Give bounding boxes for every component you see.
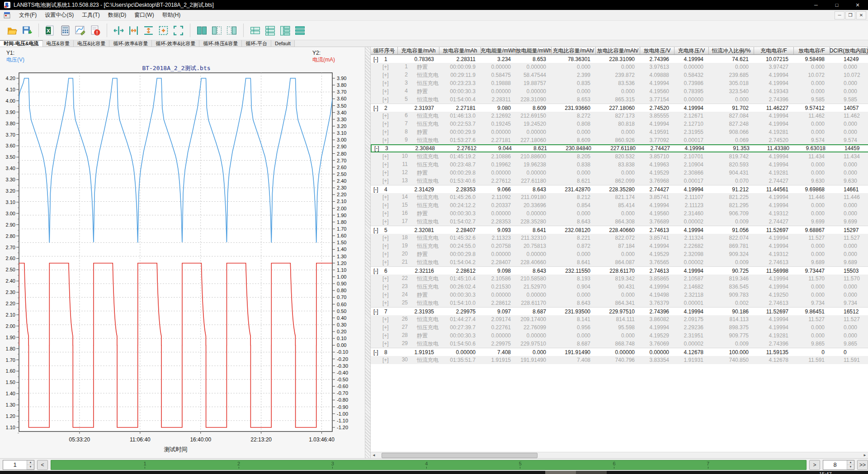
tab-0[interactable]: 时间-电压&电流: [0, 40, 43, 47]
step-row-27[interactable]: [+]27恒压充电00:27:39.70.2276122.760990.9569…: [371, 323, 868, 332]
column-header-10[interactable]: 充电电容/F: [754, 47, 794, 54]
menu-item-0[interactable]: 文件(F): [15, 10, 41, 20]
grid-view-3-button[interactable]: [278, 23, 292, 38]
report-info-button[interactable]: !: [88, 23, 103, 38]
expand-marker[interactable]: [+]: [382, 341, 389, 347]
spin-down-icon[interactable]: ▼: [27, 465, 34, 469]
close-button[interactable]: ✕: [847, 0, 868, 10]
column-header-11[interactable]: 放电电容/F: [794, 47, 830, 54]
step-row-28[interactable]: [+]28静置00:00:30.30.000000.000000.0000.00…: [371, 332, 868, 340]
open-file-button[interactable]: [5, 23, 19, 38]
step-row-26[interactable]: [+]26恒流充电01:44:27.42.09174209.174008.141…: [371, 315, 868, 323]
step-row-4[interactable]: [+]4静置00:00:30.30.000000.000000.0000.000…: [371, 87, 868, 95]
tab-4[interactable]: 循环-效率&比容量: [152, 40, 199, 47]
expand-marker[interactable]: [+]: [382, 332, 389, 339]
collapse-marker[interactable]: [-]: [371, 105, 384, 111]
step-row-21[interactable]: [+]21恒流放电01:54:04.22.28407228.406608.641…: [371, 258, 868, 266]
expand-marker[interactable]: [+]: [382, 324, 389, 331]
mdi-close-button[interactable]: ✕: [856, 11, 866, 19]
cycle-row-6[interactable]: [-]62.321162.286129.0988.643232.11550228…: [371, 266, 868, 275]
cycle-row-3[interactable]: [-]32.308482.276129.0448.621230.84840227…: [371, 144, 868, 152]
calculator-button[interactable]: [58, 23, 73, 38]
tab-3[interactable]: 循环-效率&容量: [109, 40, 152, 47]
tab-2[interactable]: 电压&比容量: [74, 40, 109, 47]
expand-marker[interactable]: [+]: [382, 292, 389, 298]
tab-7[interactable]: Default: [271, 40, 295, 47]
cycle-row-7[interactable]: [-]72.319352.299759.0978.687231.93500229…: [371, 307, 868, 315]
pane-collapse-left-button[interactable]: [209, 23, 224, 38]
collapse-marker[interactable]: [-]: [372, 145, 385, 152]
scrollbar-thumb[interactable]: [382, 453, 538, 458]
column-header-6[interactable]: 放电比容量/mAh/: [596, 47, 640, 54]
step-row-14[interactable]: [+]14恒流充电01:45:26.02.11092211.091808.212…: [371, 193, 868, 201]
cycle-row-5[interactable]: [-]52.320812.284079.0938.641232.08120228…: [371, 226, 868, 234]
column-header-2[interactable]: 放电容量/mAh: [439, 47, 481, 54]
voltage-current-plot[interactable]: 4.204.104.003.903.803.703.603.503.403.30…: [0, 47, 365, 458]
step-row-13[interactable]: [+]13恒流放电01:53:40.62.27612227.611808.621…: [371, 177, 868, 185]
cycle-range-bar[interactable]: 1234567: [51, 460, 807, 470]
collapse-marker[interactable]: [-]: [371, 268, 384, 274]
cycle-row-2[interactable]: [-]22.319372.271819.0808.609231.93660227…: [371, 104, 868, 112]
column-header-1[interactable]: 充电容量/mAh: [398, 47, 439, 54]
pane-collapse-right-button[interactable]: [224, 23, 239, 38]
mdi-minimize-button[interactable]: ─: [835, 11, 844, 19]
grid-view-1-button[interactable]: [248, 23, 263, 38]
expand-marker[interactable]: [+]: [382, 80, 389, 86]
pane-splitter[interactable]: [365, 47, 371, 458]
step-row-23[interactable]: [+]23恒压充电00:26:02.40.2153021.529700.9049…: [371, 283, 868, 291]
cycle-row-8[interactable]: [-]81.919150.000007.4080.000191.914900.0…: [371, 348, 868, 356]
column-header-5[interactable]: 充电比容量/mAh/: [552, 47, 596, 54]
step-row-22[interactable]: [+]22恒流充电01:45:10.42.10586210.585808.193…: [371, 275, 868, 283]
taskbar-app-thumbnail[interactable]: [576, 471, 607, 474]
expand-marker[interactable]: [+]: [382, 137, 389, 143]
step-row-19[interactable]: [+]19恒压充电00:24:55.00.2075820.758130.8728…: [371, 242, 868, 250]
column-header-4[interactable]: 放电能量/mWh: [516, 47, 552, 54]
expand-marker[interactable]: [+]: [382, 194, 389, 200]
start-cycle-value[interactable]: 1: [3, 460, 27, 469]
expand-marker[interactable]: [+]: [382, 259, 389, 265]
tab-1[interactable]: 电压&容量: [43, 40, 74, 47]
step-row-6[interactable]: [+]6恒流充电01:46:13.02.12692212.691508.2728…: [371, 112, 868, 120]
pan-vertical-button[interactable]: [141, 23, 156, 38]
maximize-button[interactable]: □: [826, 0, 847, 10]
expand-marker[interactable]: [+]: [382, 96, 389, 103]
spin-up-icon[interactable]: ▲: [847, 460, 854, 465]
step-row-30[interactable]: [+]30恒流充电01:35:51.71.91915191.914907.408…: [371, 356, 868, 364]
collapse-marker[interactable]: [-]: [371, 227, 384, 233]
expand-marker[interactable]: [+]: [382, 316, 389, 322]
dual-pane-button[interactable]: [194, 23, 209, 38]
spin-up-icon[interactable]: ▲: [27, 460, 34, 465]
expand-marker[interactable]: [+]: [382, 284, 389, 290]
expand-marker[interactable]: [+]: [382, 121, 389, 127]
end-cycle-value[interactable]: 8: [823, 460, 847, 469]
taskbar-app-thumbnail[interactable]: [545, 471, 576, 474]
expand-marker[interactable]: [+]: [382, 129, 389, 135]
start-cycle-spinner[interactable]: 1 ▲ ▼: [3, 460, 34, 470]
last-cycle-button[interactable]: >>: [857, 460, 868, 470]
step-row-18[interactable]: [+]18恒流充电01:45:32.62.11323211.323108.221…: [371, 234, 868, 242]
expand-marker[interactable]: [+]: [382, 170, 389, 176]
menu-item-4[interactable]: 窗口(W): [130, 10, 158, 20]
expand-marker[interactable]: [+]: [382, 275, 389, 282]
expand-marker[interactable]: [+]: [382, 178, 389, 184]
collapse-marker[interactable]: [-]: [371, 308, 384, 315]
next-cycle-button[interactable]: >: [809, 460, 820, 470]
expand-marker[interactable]: [+]: [382, 202, 389, 209]
expand-marker[interactable]: [+]: [382, 161, 389, 168]
step-row-29[interactable]: [+]29恒流放电01:54:50.62.29975229.975108.687…: [371, 340, 868, 348]
step-row-24[interactable]: [+]24静置00:00:30.30.000000.000000.0000.00…: [371, 291, 868, 299]
step-row-1[interactable]: [+]1静置00:00:09.90.000000.000000.0000.000…: [371, 63, 868, 71]
column-header-7[interactable]: 放电终压/V: [640, 47, 675, 54]
expand-marker[interactable]: [+]: [382, 153, 389, 160]
menu-item-5[interactable]: 帮助(H): [158, 10, 185, 20]
tab-6[interactable]: 循环-平台: [242, 40, 271, 47]
step-row-15[interactable]: [+]15恒压充电00:24:12.20.2033720.336960.8548…: [371, 201, 868, 209]
column-header-8[interactable]: 充电终压/V: [675, 47, 709, 54]
expand-marker[interactable]: [+]: [382, 251, 389, 257]
collapse-marker[interactable]: [-]: [371, 56, 384, 62]
step-row-8[interactable]: [+]8静置00:00:29.90.000000.000000.0000.000…: [371, 128, 868, 136]
expand-marker[interactable]: [+]: [382, 64, 389, 70]
step-row-11[interactable]: [+]11恒压充电00:23:48.70.1996219.962380.8388…: [371, 161, 868, 169]
expand-marker[interactable]: [+]: [382, 88, 389, 95]
column-header-9[interactable]: 恒流冲入比例/%: [709, 47, 754, 54]
